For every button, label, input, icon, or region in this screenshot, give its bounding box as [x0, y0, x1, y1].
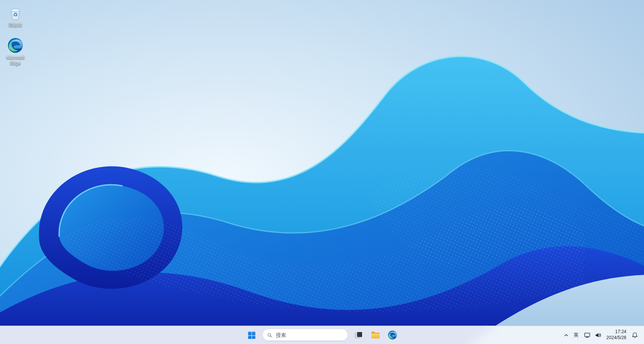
folder-icon [371, 330, 380, 340]
start-button[interactable] [244, 328, 259, 343]
desktop-icon-microsoft-edge[interactable]: Microsoft Edge [1, 35, 30, 68]
speaker-icon [595, 332, 601, 338]
taskbar-center-group [244, 326, 400, 344]
file-explorer-button[interactable] [368, 328, 383, 343]
ethernet-icon [584, 332, 590, 338]
hidden-icons-button[interactable] [562, 328, 571, 343]
notification-center-button[interactable] [629, 328, 640, 343]
taskbar-search[interactable] [262, 329, 348, 341]
recycle-bin-icon [8, 4, 23, 21]
magnifier-icon [267, 332, 272, 338]
recycle-bin-label: 回收站 [9, 22, 22, 28]
volume-button[interactable] [593, 328, 604, 343]
taskbar: 英 17:24 2024/5/26 [0, 326, 644, 344]
search-input[interactable] [275, 332, 343, 338]
desktop-icon-area: 回收站 Microsoft Edge [1, 2, 30, 68]
clock-time: 17:24 [615, 329, 626, 335]
edge-taskbar-button[interactable] [385, 328, 400, 343]
edge-icon [388, 330, 397, 340]
bell-icon [632, 332, 638, 338]
network-button[interactable] [582, 328, 593, 343]
task-view-button[interactable] [351, 328, 366, 343]
clock-date: 2024/5/26 [607, 335, 626, 341]
bloom-wallpaper [0, 0, 644, 344]
ime-language-label: 英 [574, 332, 579, 338]
system-tray: 英 17:24 2024/5/26 [562, 326, 644, 344]
desktop-icon-recycle-bin[interactable]: 回收站 [1, 2, 30, 30]
ime-language-indicator[interactable]: 英 [571, 328, 582, 343]
clock[interactable]: 17:24 2024/5/26 [604, 328, 629, 343]
edge-label: Microsoft Edge [2, 55, 29, 66]
windows-desktop: ♻ 回收站 [0, 0, 644, 344]
chevron-up-icon [564, 333, 569, 338]
edge-icon [7, 36, 24, 54]
windows-logo-icon [247, 331, 256, 340]
overlapping-squares-icon [354, 331, 363, 340]
